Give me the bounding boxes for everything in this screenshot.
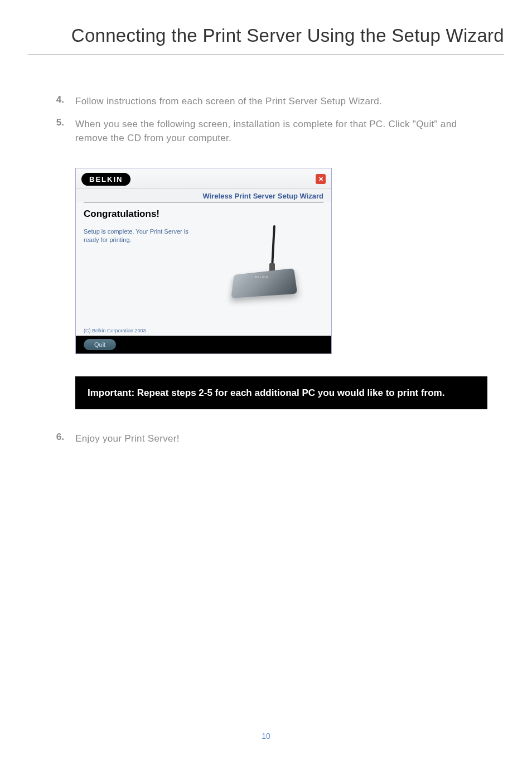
wizard-header: BELKIN ✕ <box>76 168 331 188</box>
congrats-heading: Congratulations! <box>84 209 204 220</box>
wizard-footer: Quit <box>76 336 331 354</box>
antenna-icon <box>271 225 275 267</box>
step-5: 5. When you see the following screen, in… <box>45 117 487 146</box>
wizard-body: Congratulations! Setup is complete. Your… <box>76 203 331 326</box>
copyright-text: (C) Belkin Corporation 2003 <box>76 326 331 336</box>
important-text: Important: Repeat steps 2-5 for each add… <box>88 388 444 398</box>
wizard-left-panel: Congratulations! Setup is complete. Your… <box>84 209 204 314</box>
wizard-window: BELKIN ✕ Wireless Print Server Setup Wiz… <box>75 168 332 354</box>
step-4-text: Follow instructions from each screen of … <box>75 94 382 109</box>
setup-complete-text: Setup is complete. Your Print Server is … <box>84 227 204 245</box>
wizard-subtitle: Wireless Print Server Setup Wizard <box>76 188 331 202</box>
important-note: Important: Repeat steps 2-5 for each add… <box>75 376 487 410</box>
step-4: 4. Follow instructions from each screen … <box>45 94 487 109</box>
page-number: 10 <box>262 732 270 740</box>
wizard-right-panel: BELKIN <box>204 209 323 314</box>
step-6-text: Enjoy your Print Server! <box>75 432 180 446</box>
device-body-icon <box>231 268 297 298</box>
wizard-screenshot: BELKIN ✕ Wireless Print Server Setup Wiz… <box>75 168 487 354</box>
device-label: BELKIN <box>255 275 269 279</box>
step-4-number: 4. <box>45 94 75 109</box>
step-5-text: When you see the following screen, insta… <box>75 117 487 146</box>
step-5-number: 5. <box>45 117 75 146</box>
device-image: BELKIN <box>225 225 303 303</box>
step-6: 6. Enjoy your Print Server! <box>45 432 487 446</box>
belkin-logo: BELKIN <box>81 173 130 186</box>
quit-button[interactable]: Quit <box>84 339 116 350</box>
content-area: 4. Follow instructions from each screen … <box>0 55 532 446</box>
step-6-number: 6. <box>45 432 75 446</box>
page-title: Connecting the Print Server Using the Se… <box>28 0 504 55</box>
close-icon[interactable]: ✕ <box>316 174 326 184</box>
